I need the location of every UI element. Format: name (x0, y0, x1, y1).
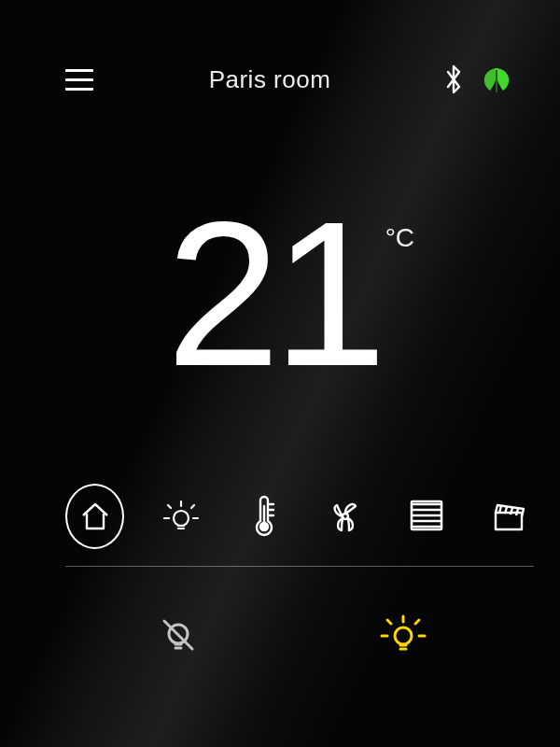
header-status-icons (442, 63, 515, 96)
menu-button[interactable] (65, 63, 97, 95)
quick-lights-on[interactable] (371, 602, 436, 668)
blinds-icon (408, 498, 445, 535)
svg-point-0 (174, 511, 189, 526)
mode-nav (65, 484, 534, 567)
nav-fan[interactable] (320, 488, 371, 544)
room-title: Paris room (97, 65, 442, 94)
temperature-display: 21 °C (65, 210, 515, 378)
temperature-unit: °C (385, 223, 414, 253)
fan-icon (325, 496, 366, 537)
eco-leaf-icon (478, 63, 515, 96)
light-off-icon (157, 613, 200, 656)
quick-lights-off[interactable] (146, 602, 211, 668)
clapper-icon (490, 498, 527, 535)
nav-blinds[interactable] (401, 488, 452, 544)
svg-point-1 (260, 523, 268, 530)
lightbulb-icon (161, 496, 202, 537)
header-bar: Paris room (65, 51, 515, 107)
nav-light[interactable] (156, 488, 206, 544)
home-icon (77, 499, 113, 534)
nav-scenes[interactable] (483, 488, 534, 544)
svg-point-6 (395, 627, 412, 644)
bluetooth-icon (442, 63, 465, 95)
nav-home[interactable] (65, 484, 124, 549)
nav-temperature[interactable] (238, 488, 288, 544)
svg-rect-4 (496, 513, 522, 529)
thermometer-icon (249, 495, 277, 538)
light-on-icon (379, 611, 427, 659)
temperature-value: 21 (166, 210, 380, 378)
quick-actions (65, 602, 515, 668)
